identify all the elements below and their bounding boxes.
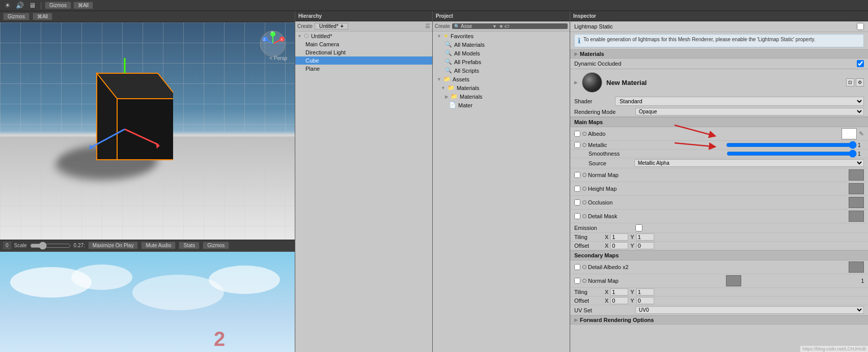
- tiling-x-input[interactable]: [610, 233, 628, 241]
- materials-label: Materials: [580, 51, 604, 57]
- all-models-item[interactable]: 🔍 All Models: [433, 49, 570, 57]
- source-dropdown[interactable]: Metallic Alpha: [634, 159, 864, 167]
- lightmap-static-checkbox[interactable]: [857, 23, 864, 30]
- sec-tiling-y-input[interactable]: [636, 288, 654, 296]
- offset-label: Offset: [574, 243, 605, 249]
- gizmos-scene-button[interactable]: Gizmos: [3, 13, 30, 20]
- tag-icon: 🏷: [505, 23, 510, 29]
- tiling-y-letter: Y: [630, 234, 634, 240]
- all-prefabs-item[interactable]: 🔍 All Prefabs: [433, 57, 570, 66]
- sec-offset-x-input[interactable]: [610, 297, 628, 304]
- all-scene-button[interactable]: ⌘All: [33, 13, 52, 20]
- stats-button[interactable]: Stats: [179, 242, 200, 249]
- materials-section-header[interactable]: ▶ Materials: [570, 49, 868, 58]
- metallic-row: Metallic 1: [570, 141, 868, 150]
- height-map-label: Height Map: [588, 186, 849, 192]
- sec-normal-slot[interactable]: [726, 275, 741, 286]
- all-materials-item[interactable]: 🔍 All Materials: [433, 40, 570, 49]
- project-title: Project: [436, 13, 453, 19]
- materials-sub-item[interactable]: ▶ 📁 Materials: [433, 92, 570, 101]
- zero-display: 0: [3, 242, 11, 249]
- rendering-mode-value: Opaque: [635, 108, 864, 115]
- uv-set-dropdown[interactable]: UV0: [635, 306, 864, 314]
- offset-controls: X Y: [605, 242, 864, 249]
- occlusion-texture-slot[interactable]: [849, 197, 864, 208]
- create-hierarchy-button[interactable]: Create: [297, 23, 313, 29]
- svg-text:2: 2: [214, 328, 225, 350]
- smoothness-slider-group: 1: [726, 151, 864, 157]
- detail-albedo-slot[interactable]: [849, 261, 864, 273]
- metallic-label: Metallic: [588, 142, 726, 148]
- gizmos-button[interactable]: Gizmos: [45, 2, 71, 9]
- smoothness-value: 1: [858, 151, 864, 157]
- material-collapse-icon[interactable]: ▶: [574, 80, 578, 85]
- rendering-mode-dropdown[interactable]: Opaque: [635, 108, 864, 115]
- occlusion-circle-icon: [582, 200, 586, 204]
- sun-icon[interactable]: ☀: [3, 1, 12, 10]
- sec-offset-y-input[interactable]: [636, 297, 654, 304]
- assets-root[interactable]: ▼ 📁 Assets: [433, 75, 570, 83]
- tiling-y-input[interactable]: [636, 233, 654, 241]
- sec-normal-checkbox[interactable]: [574, 278, 580, 284]
- sec-normal-row: Normal Map 1: [570, 274, 868, 288]
- albedo-texture-slot[interactable]: [842, 128, 857, 139]
- favorites-root[interactable]: ▼ ★ Favorites: [433, 32, 570, 40]
- normal-texture-slot[interactable]: [849, 169, 864, 181]
- dynamic-occluded-checkbox[interactable]: [857, 60, 864, 67]
- create-project-button[interactable]: Create: [435, 23, 450, 29]
- height-texture-slot[interactable]: [849, 183, 864, 194]
- mute-button[interactable]: Mute Audio: [141, 242, 176, 249]
- metallic-checkbox[interactable]: [574, 142, 580, 148]
- scale-slider[interactable]: [30, 243, 71, 248]
- albedo-row: Albedo ✎: [570, 127, 868, 141]
- search-options[interactable]: ▼: [492, 24, 497, 29]
- scene-panel: Gizmos ⌘All: [0, 11, 295, 352]
- persp-label: < Persp: [269, 55, 287, 61]
- all-scripts-item[interactable]: 🔍 All Scripts: [433, 66, 570, 75]
- emission-checkbox[interactable]: [635, 224, 642, 231]
- plus-icon[interactable]: +: [341, 23, 344, 29]
- project-header: Project: [433, 11, 570, 21]
- hierarchy-item-cube[interactable]: Cube: [295, 56, 432, 65]
- height-map-checkbox[interactable]: [574, 186, 580, 192]
- gizmos2-button[interactable]: Gizmos: [203, 242, 229, 249]
- search-input[interactable]: [461, 23, 491, 29]
- hierarchy-tab[interactable]: Untitled* +: [315, 23, 348, 30]
- all-button[interactable]: ⌘All: [73, 2, 93, 9]
- info-box: ℹ To enable generation of lightmaps for …: [574, 34, 864, 47]
- materials-folder-item[interactable]: ▼ 📁 Materials: [433, 83, 570, 92]
- sec-offset-controls: X Y: [605, 297, 864, 304]
- detail-texture-slot[interactable]: [849, 211, 864, 222]
- forward-rendering-label: Forward Rendering Options: [580, 317, 654, 323]
- inspector-content[interactable]: Lightmap Static ℹ To enable generation o…: [570, 21, 868, 352]
- maximize-button[interactable]: Maximize On Play: [88, 242, 138, 249]
- metallic-slider[interactable]: [726, 143, 857, 147]
- hierarchy-item-directional-light[interactable]: Directional Light: [295, 48, 432, 56]
- material-settings-icon[interactable]: ⚙: [856, 78, 864, 86]
- occlusion-checkbox[interactable]: [574, 199, 580, 206]
- detail-albedo-checkbox[interactable]: [574, 264, 580, 270]
- hierarchy-tab-bar: Create Untitled* + ☰: [295, 21, 432, 32]
- audio-icon[interactable]: 🔊: [14, 1, 25, 10]
- normal-map-checkbox[interactable]: [574, 172, 580, 178]
- hierarchy-item-plane[interactable]: Plane: [295, 65, 432, 73]
- smoothness-slider[interactable]: [726, 152, 857, 156]
- hamburger-icon[interactable]: ☰: [425, 23, 430, 30]
- hierarchy-scene-root[interactable]: ▼ ⬡ Untitled*: [295, 32, 432, 40]
- shader-dropdown[interactable]: Standard: [615, 97, 864, 106]
- sec-tiling-x-input[interactable]: [610, 288, 628, 296]
- display-icon[interactable]: 🖥: [27, 1, 37, 10]
- forward-rendering-header[interactable]: ▶ Forward Rendering Options: [570, 315, 868, 325]
- sec-tiling-label: Tiling: [574, 289, 605, 295]
- arrow-right-icon: ▼: [441, 85, 445, 91]
- detail-mask-label: Detail Mask: [588, 213, 849, 219]
- albedo-checkbox[interactable]: [574, 131, 580, 137]
- material-preview-icon[interactable]: ⊡: [846, 78, 854, 86]
- offset-y-input[interactable]: [636, 242, 654, 249]
- offset-x-input[interactable]: [610, 242, 628, 249]
- normal-map-label: Normal Map: [588, 172, 849, 178]
- detail-mask-checkbox[interactable]: [574, 213, 580, 219]
- mater-item[interactable]: 📄 Mater: [433, 101, 570, 109]
- hierarchy-item-main-camera[interactable]: Main Camera: [295, 40, 432, 48]
- albedo-edit-icon[interactable]: ✎: [859, 130, 864, 137]
